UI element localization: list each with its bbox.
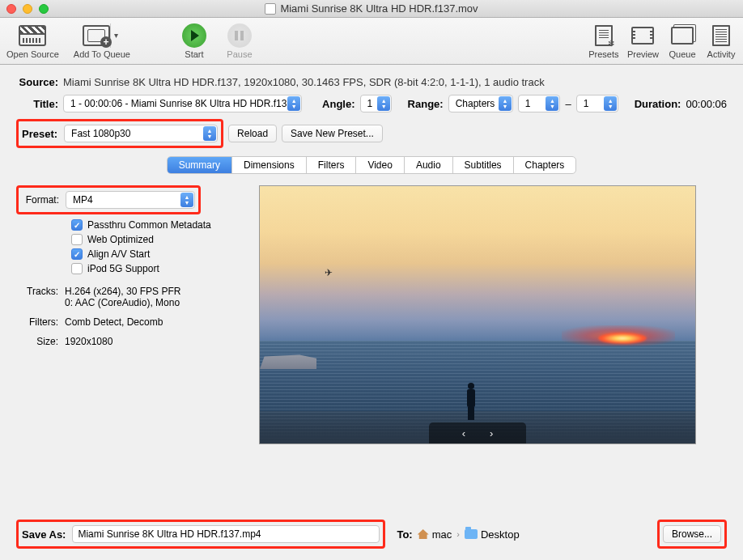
- source-label: Source:: [16, 76, 58, 88]
- toolbar: Open Source ▾ Add To Queue Start Pause P…: [0, 18, 743, 65]
- checkbox-icon: [71, 234, 83, 245]
- to-label: To:: [397, 528, 412, 541]
- preview-nav: ‹ ›: [429, 422, 526, 443]
- range-separator: –: [565, 98, 571, 110]
- filters-value: Comb Detect, Decomb: [65, 316, 163, 328]
- select-arrows-icon: ▲▼: [546, 96, 558, 111]
- activity-button[interactable]: Activity: [706, 23, 737, 59]
- reload-button[interactable]: Reload: [228, 125, 277, 142]
- tracks-label: Tracks:: [16, 286, 58, 308]
- preview-thumbnail: ✈ ‹ ›: [259, 185, 696, 444]
- browse-highlight: Browse...: [657, 520, 727, 549]
- save-as-highlight: Save As: Miami Sunrise 8K Ultra HD HDR.f…: [16, 520, 385, 549]
- save-new-preset-button[interactable]: Save New Preset...: [282, 125, 383, 142]
- summary-panel: Format: MP4 ▲▼ ✓ Passthru Common Metadat…: [16, 185, 727, 444]
- duration-value: 00:00:06: [686, 98, 727, 110]
- format-label: Format:: [22, 194, 59, 206]
- save-as-label: Save As:: [22, 528, 66, 541]
- select-arrows-icon: ▲▼: [287, 96, 300, 111]
- range-from-select[interactable]: 1 ▲▼: [518, 95, 561, 112]
- window-title: Miami Sunrise 8K Ultra HD HDR.f137.mov: [0, 2, 743, 15]
- preset-row: Preset: Fast 1080p30 ▲▼ Reload Save New …: [16, 119, 727, 148]
- checkbox-icon: ✓: [71, 248, 83, 260]
- folder-icon: [465, 529, 478, 539]
- destination-path: To: mac › Desktop: [397, 528, 519, 541]
- footer: Save As: Miami Sunrise 8K Ultra HD HDR.f…: [16, 520, 727, 549]
- preset-select[interactable]: Fast 1080p30 ▲▼: [64, 125, 218, 142]
- source-row: Source: Miami Sunrise 8K Ultra HD HDR.f1…: [16, 76, 727, 88]
- title-label: Title:: [16, 98, 58, 110]
- web-optimized-checkbox-row[interactable]: Web Optimized: [71, 234, 243, 245]
- select-arrows-icon: ▲▼: [377, 96, 390, 111]
- tracks-video: H.264 (x264), 30 FPS PFR: [65, 286, 180, 297]
- duration-label: Duration:: [635, 98, 681, 110]
- preview-icon: [631, 27, 654, 45]
- pause-button: Pause: [224, 23, 255, 59]
- preview-button[interactable]: Preview: [627, 23, 659, 59]
- activity-icon: [712, 25, 730, 46]
- open-source-button[interactable]: Open Source: [6, 23, 59, 59]
- path-folder: Desktop: [481, 528, 520, 541]
- size-label: Size:: [16, 336, 58, 347]
- chevron-down-icon[interactable]: ▾: [110, 23, 121, 48]
- range-type-select[interactable]: Chapters ▲▼: [448, 95, 513, 112]
- preset-label: Preset:: [22, 128, 57, 140]
- tab-chapters[interactable]: Chapters: [514, 157, 576, 173]
- range-to-select[interactable]: 1 ▲▼: [576, 95, 619, 112]
- queue-icon: [671, 27, 694, 45]
- angle-select[interactable]: 1 ▲▼: [360, 95, 393, 112]
- title-select[interactable]: 1 - 00:00:06 - Miami Sunrise 8K Ultra HD…: [63, 95, 302, 112]
- passthru-checkbox-row[interactable]: ✓ Passthru Common Metadata: [71, 219, 243, 231]
- select-arrows-icon: ▲▼: [604, 96, 617, 111]
- select-arrows-icon: ▲▼: [180, 193, 193, 207]
- tab-filters[interactable]: Filters: [307, 157, 357, 173]
- source-value: Miami Sunrise 8K Ultra HD HDR.f137, 1920…: [63, 76, 545, 88]
- pause-icon: [227, 23, 252, 48]
- preset-highlight: Preset: Fast 1080p30 ▲▼: [16, 119, 223, 148]
- size-value: 1920x1080: [65, 336, 113, 347]
- next-preview-icon[interactable]: ›: [490, 427, 493, 439]
- prev-preview-icon[interactable]: ‹: [462, 427, 465, 439]
- start-button[interactable]: Start: [179, 23, 210, 59]
- title-text: Miami Sunrise 8K Ultra HD HDR.f137.mov: [280, 2, 478, 15]
- presets-button[interactable]: Presets: [588, 23, 619, 59]
- chevron-right-icon: ›: [456, 529, 460, 539]
- tab-audio[interactable]: Audio: [405, 157, 453, 173]
- tracks-audio: 0: AAC (CoreAudio), Mono: [65, 297, 180, 308]
- clapperboard-icon: [19, 25, 46, 46]
- queue-button[interactable]: Queue: [667, 23, 698, 59]
- content: Source: Miami Sunrise 8K Ultra HD HDR.f1…: [0, 65, 743, 452]
- queue-plus-icon: [83, 25, 110, 46]
- save-as-input[interactable]: Miami Sunrise 8K Ultra HD HDR.f137.mp4: [72, 525, 380, 543]
- tab-dimensions[interactable]: Dimensions: [232, 157, 307, 173]
- align-av-checkbox-row[interactable]: ✓ Align A/V Start: [71, 248, 243, 260]
- select-arrows-icon: ▲▼: [203, 126, 216, 141]
- angle-label: Angle:: [322, 98, 355, 110]
- filters-label: Filters:: [16, 316, 58, 328]
- format-select[interactable]: MP4 ▲▼: [66, 191, 195, 209]
- tab-summary[interactable]: Summary: [168, 157, 232, 173]
- checkbox-icon: ✓: [71, 219, 83, 231]
- path-home: mac: [432, 528, 452, 541]
- play-icon: [182, 23, 206, 48]
- title-row: Title: 1 - 00:00:06 - Miami Sunrise 8K U…: [16, 95, 727, 112]
- checkbox-icon: [71, 263, 83, 274]
- add-to-queue-button[interactable]: ▾ Add To Queue: [74, 23, 130, 59]
- titlebar: Miami Sunrise 8K Ultra HD HDR.f137.mov: [0, 0, 743, 18]
- document-icon: [265, 3, 276, 15]
- home-icon: [418, 529, 429, 539]
- ipod-checkbox-row[interactable]: iPod 5G Support: [71, 263, 243, 274]
- tab-video[interactable]: Video: [356, 157, 404, 173]
- format-highlight: Format: MP4 ▲▼: [16, 185, 201, 214]
- browse-button[interactable]: Browse...: [663, 525, 721, 543]
- tab-subtitles[interactable]: Subtitles: [453, 157, 514, 173]
- select-arrows-icon: ▲▼: [499, 96, 512, 111]
- tab-bar: Summary Dimensions Filters Video Audio S…: [16, 156, 727, 174]
- range-label: Range:: [408, 98, 444, 110]
- presets-icon: [595, 25, 613, 46]
- bird-icon: ✈: [325, 267, 333, 278]
